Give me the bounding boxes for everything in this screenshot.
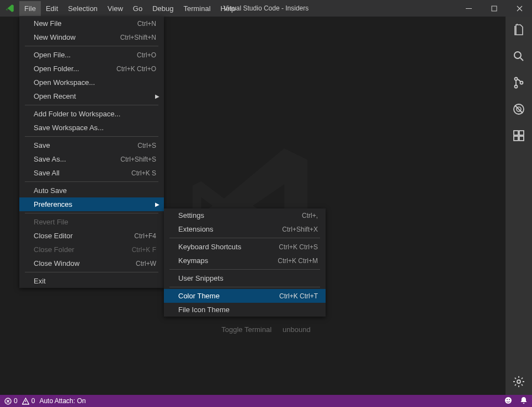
svg-point-3 <box>515 78 518 81</box>
menu-item-extensions[interactable]: ExtensionsCtrl+Shift+X <box>164 222 326 236</box>
menu-item-label: Extensions <box>178 225 282 233</box>
file-menu-dropdown: New FileCtrl+NNew WindowCtrl+Shift+NOpen… <box>19 17 164 288</box>
menu-item-revert-file: Revert File <box>19 215 164 229</box>
bell-icon[interactable] <box>520 397 528 406</box>
menu-item-label: Open Workspace... <box>34 78 156 87</box>
menu-item-label: File Icon Theme <box>178 306 318 314</box>
menu-item-shortcut: Ctrl+K Ctrl+S <box>279 243 318 251</box>
source-control-icon[interactable] <box>512 76 525 89</box>
preferences-submenu: SettingsCtrl+,ExtensionsCtrl+Shift+XKeyb… <box>164 208 326 317</box>
svg-rect-11 <box>519 131 524 135</box>
menu-item-new-file[interactable]: New FileCtrl+N <box>19 17 164 30</box>
menu-terminal[interactable]: Terminal <box>178 1 215 16</box>
errors-count: 0 <box>14 397 18 405</box>
menu-item-shortcut: Ctrl+K Ctrl+T <box>279 292 318 300</box>
menu-item-label: Preferences <box>34 200 156 208</box>
svg-point-5 <box>520 82 523 84</box>
menu-item-shortcut: Ctrl+, <box>302 212 318 219</box>
status-warnings[interactable]: 0 <box>22 397 35 405</box>
menu-item-label: Save As... <box>34 155 120 163</box>
hint-value: unbound <box>283 325 311 334</box>
extensions-icon[interactable] <box>512 129 525 142</box>
chevron-right-icon: ▶ <box>155 93 159 99</box>
minimize-button[interactable] <box>456 0 481 17</box>
menu-item-exit[interactable]: Exit <box>19 274 164 288</box>
app-logo-icon <box>0 3 19 13</box>
menu-item-save-as[interactable]: Save As...Ctrl+Shift+S <box>19 152 164 166</box>
svg-rect-10 <box>519 136 524 141</box>
menu-item-preferences[interactable]: Preferences▶ <box>19 197 164 211</box>
titlebar: FileEditSelectionViewGoDebugTerminalHelp… <box>0 0 532 17</box>
menu-item-close-editor[interactable]: Close EditorCtrl+F4 <box>19 229 164 243</box>
menu-item-new-window[interactable]: New WindowCtrl+Shift+N <box>19 30 164 44</box>
menu-item-shortcut: Ctrl+S <box>137 142 156 149</box>
menu-item-keyboard-shortcuts[interactable]: Keyboard ShortcutsCtrl+K Ctrl+S <box>164 240 326 254</box>
menu-item-shortcut: Ctrl+Shift+S <box>120 156 156 163</box>
menu-item-auto-save[interactable]: Auto Save <box>19 184 164 197</box>
menu-separator <box>25 213 158 213</box>
menu-item-label: Open File... <box>34 51 137 59</box>
menu-item-keymaps[interactable]: KeymapsCtrl+K Ctrl+M <box>164 254 326 267</box>
menu-item-label: Keyboard Shortcuts <box>178 243 279 251</box>
menu-item-color-theme[interactable]: Color ThemeCtrl+K Ctrl+T <box>164 289 326 303</box>
menu-item-shortcut: Ctrl+K S <box>131 169 156 177</box>
menu-item-open-file[interactable]: Open File...Ctrl+O <box>19 48 164 62</box>
menu-item-save[interactable]: SaveCtrl+S <box>19 138 164 152</box>
svg-point-4 <box>515 85 518 88</box>
menu-item-user-snippets[interactable]: User Snippets <box>164 271 326 285</box>
menu-selection[interactable]: Selection <box>63 1 102 16</box>
menu-item-add-folder-to-workspace[interactable]: Add Folder to Workspace... <box>19 107 164 121</box>
menu-item-settings[interactable]: SettingsCtrl+, <box>164 208 326 222</box>
menu-item-label: New File <box>34 19 137 28</box>
menu-item-open-recent[interactable]: Open Recent▶ <box>19 89 164 103</box>
menu-item-shortcut: Ctrl+N <box>137 20 156 28</box>
files-icon[interactable] <box>512 23 525 36</box>
status-errors[interactable]: 0 <box>4 397 18 405</box>
menu-item-label: Exit <box>34 277 156 285</box>
menu-separator <box>169 269 320 270</box>
menu-item-open-workspace[interactable]: Open Workspace... <box>19 76 164 89</box>
menu-item-save-workspace-as[interactable]: Save Workspace As... <box>19 121 164 135</box>
menu-view[interactable]: View <box>103 1 128 16</box>
menu-item-label: Color Theme <box>178 292 279 300</box>
menu-item-file-icon-theme[interactable]: File Icon Theme <box>164 303 326 317</box>
menu-file[interactable]: File <box>19 1 41 16</box>
close-button[interactable] <box>507 0 532 17</box>
menu-separator <box>169 238 320 238</box>
gear-icon[interactable] <box>512 375 525 388</box>
menu-item-label: Auto Save <box>34 186 156 195</box>
menu-go[interactable]: Go <box>128 1 147 16</box>
menubar: FileEditSelectionViewGoDebugTerminalHelp <box>19 1 240 16</box>
svg-point-12 <box>517 380 520 383</box>
menu-debug[interactable]: Debug <box>147 1 178 16</box>
menu-item-close-folder: Close FolderCtrl+K F <box>19 243 164 256</box>
menu-item-shortcut: Ctrl+W <box>136 260 156 267</box>
svg-rect-0 <box>466 8 472 9</box>
search-icon[interactable] <box>512 50 525 63</box>
menu-item-label: Save <box>34 141 137 149</box>
maximize-button[interactable] <box>481 0 507 17</box>
menu-item-close-window[interactable]: Close WindowCtrl+W <box>19 256 164 270</box>
menu-item-save-all[interactable]: Save AllCtrl+K S <box>19 166 164 180</box>
menu-separator <box>25 46 158 46</box>
menu-item-label: Keymaps <box>178 256 278 265</box>
menu-item-label: Open Folder... <box>34 65 116 73</box>
menu-separator <box>25 136 158 137</box>
menu-item-open-folder[interactable]: Open Folder...Ctrl+K Ctrl+O <box>19 62 164 76</box>
menu-item-label: User Snippets <box>178 274 318 282</box>
menu-item-label: Close Window <box>34 259 136 267</box>
svg-point-16 <box>509 399 510 400</box>
debug-icon[interactable] <box>512 103 525 116</box>
menu-item-shortcut: Ctrl+Shift+X <box>282 226 318 233</box>
feedback-icon[interactable] <box>504 397 512 406</box>
svg-rect-9 <box>514 136 518 141</box>
svg-rect-1 <box>492 6 497 11</box>
menu-edit[interactable]: Edit <box>41 1 63 16</box>
menu-item-shortcut: Ctrl+O <box>137 51 156 59</box>
status-auto-attach[interactable]: Auto Attach: On <box>39 397 86 405</box>
menu-separator <box>169 287 320 287</box>
menu-item-shortcut: Ctrl+Shift+N <box>120 34 156 41</box>
svg-rect-8 <box>514 131 518 135</box>
menu-item-label: Revert File <box>34 218 156 226</box>
warnings-count: 0 <box>31 397 35 405</box>
